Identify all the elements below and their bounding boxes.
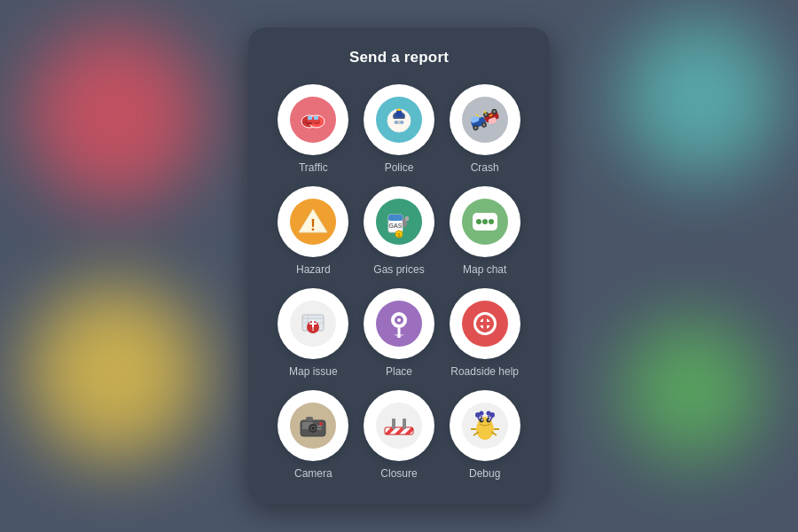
police-icon — [364, 84, 434, 155]
svg-point-92 — [479, 411, 483, 416]
bg-blob-red — [27, 27, 204, 204]
report-item-roadside[interactable]: Roadside help — [446, 288, 523, 378]
svg-point-88 — [481, 419, 482, 421]
panel-title: Send a report — [275, 49, 523, 66]
svg-point-59 — [397, 318, 401, 322]
bg-blob-teal — [621, 18, 780, 177]
svg-rect-39 — [388, 215, 403, 221]
svg-rect-78 — [385, 427, 413, 434]
map-chat-icon — [450, 186, 520, 257]
map-issue-label: Map issue — [289, 365, 338, 378]
svg-point-50 — [489, 219, 494, 224]
report-item-map-issue[interactable]: ! Map issue — [275, 288, 352, 378]
report-item-police[interactable]: Police — [361, 84, 438, 174]
svg-rect-65 — [476, 322, 494, 325]
report-item-map-chat[interactable]: Map chat — [446, 186, 523, 276]
svg-rect-75 — [317, 428, 322, 430]
report-item-gas-prices[interactable]: GAS $ Gas prices — [361, 186, 438, 276]
gas-prices-icon: GAS $ — [364, 186, 434, 257]
svg-point-76 — [376, 403, 422, 449]
report-item-traffic[interactable]: Traffic — [275, 84, 352, 174]
camera-label: Camera — [294, 467, 332, 480]
roadside-label: Roadside help — [450, 365, 519, 378]
report-item-camera[interactable]: Camera — [275, 390, 352, 480]
svg-rect-72 — [306, 417, 313, 421]
place-icon — [364, 288, 434, 359]
closure-label: Closure — [380, 467, 417, 480]
camera-icon — [278, 390, 348, 461]
place-label: Place — [386, 365, 412, 378]
svg-rect-43 — [405, 216, 409, 221]
report-item-place[interactable]: Place — [361, 288, 438, 378]
traffic-icon — [278, 84, 348, 155]
svg-point-93 — [486, 411, 490, 416]
bg-blob-green — [621, 319, 763, 461]
report-item-debug[interactable]: Debug — [446, 390, 523, 480]
bg-blob-yellow — [27, 284, 204, 461]
svg-point-73 — [319, 422, 323, 426]
svg-rect-14 — [397, 121, 400, 124]
report-grid: Traffic Police Crash — [275, 84, 523, 480]
svg-rect-74 — [317, 426, 322, 427]
svg-rect-79 — [392, 419, 395, 429]
report-item-hazard[interactable]: ! Hazard — [275, 186, 352, 276]
police-label: Police — [385, 161, 414, 174]
svg-rect-80 — [403, 419, 406, 429]
closure-icon — [364, 390, 434, 461]
svg-point-49 — [482, 219, 488, 224]
crash-label: Crash — [471, 161, 499, 174]
hazard-label: Hazard — [296, 263, 331, 276]
map-chat-label: Map chat — [463, 263, 506, 276]
hazard-icon: ! — [278, 186, 348, 257]
svg-point-48 — [476, 219, 481, 224]
map-issue-icon: ! — [278, 288, 348, 359]
svg-text:!: ! — [310, 216, 316, 234]
report-panel: Send a report Traffic Police — [248, 27, 550, 505]
report-item-closure[interactable]: Closure — [361, 390, 438, 480]
debug-icon — [450, 390, 520, 461]
svg-text:GAS: GAS — [389, 223, 403, 229]
report-item-crash[interactable]: Crash — [446, 84, 523, 174]
gas-prices-label: Gas prices — [373, 263, 424, 276]
crash-icon — [450, 84, 520, 155]
svg-rect-6 — [308, 116, 312, 120]
debug-label: Debug — [469, 467, 500, 480]
svg-rect-7 — [314, 116, 318, 120]
svg-point-71 — [312, 427, 315, 430]
traffic-label: Traffic — [299, 161, 328, 174]
roadside-icon — [450, 288, 520, 359]
